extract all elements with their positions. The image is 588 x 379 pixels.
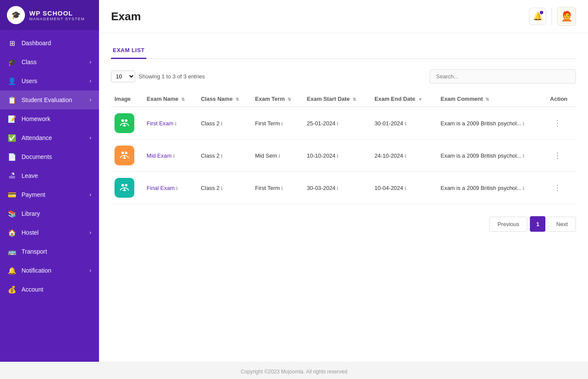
sidebar-item-label: Leave [22, 172, 38, 179]
action-menu-2[interactable]: ⋮ [550, 182, 565, 194]
cell-exam-start-0: 25-01-2024ℹ [303, 107, 371, 140]
cell-exam-end-0: 30-01-2024ℹ [371, 107, 437, 140]
content-area: EXAM LIST 10 25 50 100 Showing 1 to 3 of… [99, 33, 588, 362]
account-icon: 💰 [8, 285, 16, 294]
search-input[interactable] [430, 69, 576, 84]
sidebar-item-notification[interactable]: 🔔 Notification › [0, 261, 99, 280]
documents-icon: 📄 [8, 152, 16, 161]
next-button[interactable]: Next [548, 217, 576, 232]
table-body: First Examℹ Class 2ℹ First Termℹ 25-01-2… [111, 107, 576, 204]
sidebar-item-dashboard[interactable]: ⊞ Dashboard [0, 34, 99, 53]
chevron-icon: › [90, 59, 91, 65]
logo-text: WP SCHOOL MANAGEMENT SYSTEM [29, 9, 85, 21]
cell-exam-start-2: 30-03-2024ℹ [303, 172, 371, 204]
footer-text: Copyright ©2023 Mojoomla. All rights res… [241, 369, 347, 375]
col-exam-comment[interactable]: Exam Comment ⇅ [437, 91, 546, 107]
col-exam-name[interactable]: Exam Name ⇅ [143, 91, 198, 107]
class-icon: 🎓 [8, 58, 16, 66]
sidebar-item-label: Student Evaluation [22, 96, 72, 103]
header-actions: 🔔 🧑‍🦰 [529, 7, 576, 26]
cell-exam-name-0: First Examℹ [143, 107, 198, 140]
cell-comment-0: Exam is a 2009 British psychol...ℹ [437, 107, 546, 140]
cell-class-name-0: Class 2ℹ [198, 107, 252, 140]
table-row: Final Examℹ Class 2ℹ First Termℹ 30-03-2… [111, 172, 576, 204]
sidebar-item-label: Class [22, 59, 37, 65]
sidebar-logo: 🎓 WP SCHOOL MANAGEMENT SYSTEM [0, 0, 99, 30]
action-menu-0[interactable]: ⋮ [550, 117, 565, 129]
sidebar-item-payment[interactable]: 💳 Payment › [0, 185, 99, 204]
avatar: 🧑‍🦰 [561, 11, 573, 22]
student-evaluation-icon: 📋 [8, 96, 16, 104]
col-exam-end-date[interactable]: Exam End Date ▼ [371, 91, 437, 107]
exam-table: Image Exam Name ⇅ Class Name ⇅ Exam Term… [111, 91, 576, 204]
sidebar-item-transport[interactable]: 🚌 Transport [0, 242, 99, 261]
sidebar-item-label: Attendance [22, 134, 52, 141]
col-exam-start-date[interactable]: Exam Start Date ⇅ [303, 91, 371, 107]
cell-action-2: ⋮ [547, 172, 576, 204]
tab-exam-list[interactable]: EXAM LIST [111, 43, 146, 59]
entries-control: 10 25 50 100 Showing 1 to 3 of 3 entries [111, 71, 205, 82]
notification-icon: 🔔 [8, 266, 16, 275]
library-icon: 📚 [8, 209, 16, 218]
main-content: Exam 🔔 🧑‍🦰 EXAM LIST [99, 0, 588, 362]
avatar-button[interactable]: 🧑‍🦰 [557, 7, 576, 26]
cell-exam-term-2: First Termℹ [252, 172, 303, 204]
footer: Copyright ©2023 Mojoomla. All rights res… [0, 362, 588, 379]
sidebar-item-label: Dashboard [22, 40, 51, 47]
chevron-icon: › [90, 192, 91, 198]
cell-image-0 [111, 107, 143, 140]
cell-exam-name-1: Mid Examℹ [143, 140, 198, 172]
cell-exam-end-1: 24-10-2024ℹ [371, 140, 437, 172]
pagination: Previous 1 Next [111, 216, 576, 232]
sidebar-item-homework[interactable]: 📝 Homework [0, 109, 99, 128]
action-menu-1[interactable]: ⋮ [550, 149, 565, 162]
cell-image-1 [111, 140, 143, 172]
app-subtitle: MANAGEMENT SYSTEM [29, 17, 85, 21]
sidebar-item-student-evaluation[interactable]: 📋 Student Evaluation › [0, 90, 99, 109]
cell-action-0: ⋮ [547, 107, 576, 140]
cell-class-name-2: Class 2ℹ [198, 172, 252, 204]
col-action: Action [547, 91, 576, 107]
hostel-icon: 🏠 [8, 228, 16, 237]
entries-select[interactable]: 10 25 50 100 [111, 71, 135, 82]
showing-text: Showing 1 to 3 of 3 entries [139, 73, 205, 80]
table-header-row: Image Exam Name ⇅ Class Name ⇅ Exam Term… [111, 91, 576, 107]
app-name: WP SCHOOL [29, 9, 85, 17]
sidebar-item-account[interactable]: 💰 Account [0, 280, 99, 299]
sidebar-item-label: Hostel [22, 229, 39, 236]
svg-point-0 [121, 119, 124, 122]
sidebar-item-attendance[interactable]: ✅ Attendance › [0, 128, 99, 147]
users-icon: 👤 [8, 77, 16, 85]
cell-class-name-1: Class 2ℹ [198, 140, 252, 172]
sidebar-item-users[interactable]: 👤 Users › [0, 71, 99, 90]
col-class-name[interactable]: Class Name ⇅ [198, 91, 252, 107]
sidebar-item-class[interactable]: 🎓 Class › [0, 53, 99, 71]
sidebar-item-label: Homework [22, 115, 50, 122]
chevron-icon: › [90, 267, 91, 273]
svg-point-5 [125, 152, 127, 154]
header: Exam 🔔 🧑‍🦰 [99, 0, 588, 33]
exam-icon-1 [115, 146, 134, 165]
dashboard-icon: ⊞ [8, 39, 16, 47]
col-exam-term[interactable]: Exam Term ⇅ [252, 91, 303, 107]
sidebar-item-hostel[interactable]: 🏠 Hostel › [0, 223, 99, 242]
sidebar-item-library[interactable]: 📚 Library [0, 204, 99, 223]
sidebar-nav: ⊞ Dashboard 🎓 Class › 👤 Users › 📋 Studen… [0, 30, 99, 362]
chevron-icon: › [90, 78, 91, 84]
bell-button[interactable]: 🔔 [529, 8, 546, 25]
sidebar-item-documents[interactable]: 📄 Documents [0, 147, 99, 166]
table-row: First Examℹ Class 2ℹ First Termℹ 25-01-2… [111, 107, 576, 140]
previous-button[interactable]: Previous [489, 217, 528, 232]
svg-point-9 [125, 184, 127, 186]
table-row: Mid Examℹ Class 2ℹ Mid Semℹ 10-10-2024ℹ … [111, 140, 576, 172]
cell-image-2 [111, 172, 143, 204]
table-controls: 10 25 50 100 Showing 1 to 3 of 3 entries [111, 69, 576, 84]
cell-exam-term-0: First Termℹ [252, 107, 303, 140]
sidebar-item-leave[interactable]: 🏖 Leave [0, 166, 99, 185]
svg-point-4 [121, 152, 124, 154]
cell-exam-term-1: Mid Semℹ [252, 140, 303, 172]
page-number-1[interactable]: 1 [530, 216, 545, 232]
transport-icon: 🚌 [8, 247, 16, 256]
tab-bar: EXAM LIST [111, 43, 576, 59]
cell-exam-end-2: 10-04-2024ℹ [371, 172, 437, 204]
